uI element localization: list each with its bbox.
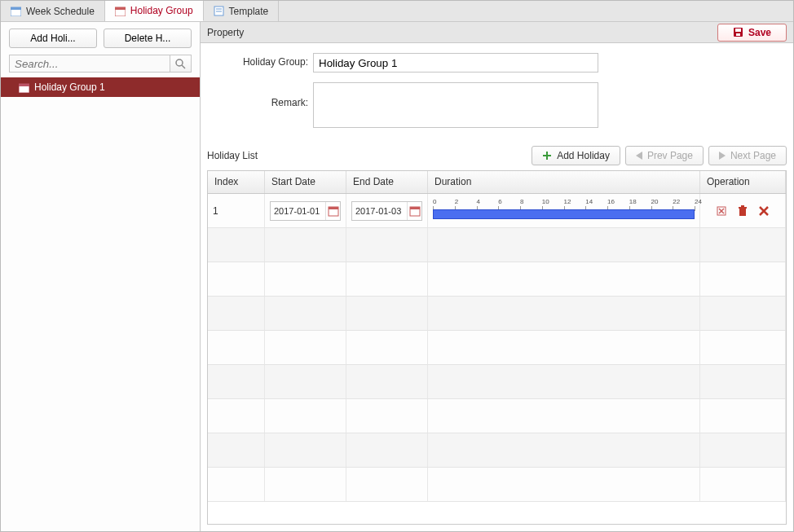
group-item-label: Holiday Group 1 xyxy=(34,81,105,93)
svg-rect-25 xyxy=(739,209,746,216)
trash-icon[interactable] xyxy=(736,204,749,218)
clear-icon[interactable] xyxy=(715,204,728,218)
col-duration: Duration xyxy=(428,171,700,193)
calendar-icon xyxy=(19,82,29,93)
table-row-empty xyxy=(208,468,786,502)
svg-rect-27 xyxy=(741,205,744,207)
next-page-button[interactable]: Next Page xyxy=(708,146,787,165)
svg-rect-12 xyxy=(735,29,741,32)
cell-start-date: 2017-01-01 xyxy=(265,194,346,227)
table-row-empty xyxy=(208,365,786,399)
table-row-empty xyxy=(208,331,786,365)
svg-marker-17 xyxy=(719,152,726,160)
add-holiday-group-button[interactable]: Add Holi... xyxy=(9,29,97,48)
table-row-empty xyxy=(208,399,786,433)
tab-label: Template xyxy=(229,6,269,17)
calendar-icon[interactable] xyxy=(325,202,340,220)
cell-duration[interactable]: 024681012141618202224 xyxy=(428,194,700,227)
template-icon xyxy=(214,6,224,16)
add-holiday-button[interactable]: Add Holiday xyxy=(532,146,620,165)
cell-operation xyxy=(700,194,786,227)
svg-rect-13 xyxy=(736,33,740,36)
arrow-right-icon xyxy=(719,152,726,160)
tab-holiday-group[interactable]: Holiday Group xyxy=(105,1,204,21)
group-name-label: Holiday Group: xyxy=(207,53,313,68)
svg-rect-3 xyxy=(115,7,126,10)
table-row-empty xyxy=(208,262,786,297)
remark-textarea[interactable] xyxy=(313,82,598,128)
property-header: Property xyxy=(207,27,244,38)
svg-rect-26 xyxy=(739,207,747,209)
cell-end-date: 2017-01-03 xyxy=(346,194,428,227)
delete-icon[interactable] xyxy=(757,204,770,218)
col-index: Index xyxy=(208,171,265,193)
cell-index: 1 xyxy=(208,194,265,227)
next-page-label: Next Page xyxy=(730,150,776,161)
sidebar: Add Holi... Delete H... Holiday Group 1 xyxy=(1,22,201,531)
start-date-input[interactable]: 2017-01-01 xyxy=(270,201,341,221)
duration-bar[interactable] xyxy=(433,209,695,219)
table-row-empty xyxy=(208,297,786,331)
save-button[interactable]: Save xyxy=(717,24,787,42)
prev-page-button[interactable]: Prev Page xyxy=(625,146,704,165)
save-icon xyxy=(733,27,743,37)
svg-marker-16 xyxy=(636,152,642,160)
add-holiday-label: Add Holiday xyxy=(557,150,610,161)
table-row: 12017-01-012017-01-030246810121416182022… xyxy=(208,194,786,228)
group-list: Holiday Group 1 xyxy=(1,77,200,531)
save-label: Save xyxy=(748,27,771,38)
table-row-empty xyxy=(208,228,786,262)
arrow-left-icon xyxy=(636,152,642,160)
remark-label: Remark: xyxy=(207,82,313,108)
tab-label: Holiday Group xyxy=(130,5,193,16)
col-operation: Operation xyxy=(700,171,786,193)
calendar-icon xyxy=(115,6,126,16)
svg-rect-1 xyxy=(11,7,21,10)
delete-holiday-group-button[interactable]: Delete H... xyxy=(104,29,192,48)
search-button[interactable] xyxy=(170,55,192,73)
table-row-empty xyxy=(208,433,786,468)
svg-line-8 xyxy=(182,65,185,68)
tab-template[interactable]: Template xyxy=(204,1,280,21)
holiday-list-title: Holiday List xyxy=(207,150,258,161)
end-date-input[interactable]: 2017-01-03 xyxy=(351,201,422,221)
top-tabs: Week Schedule Holiday Group Template xyxy=(1,1,793,22)
search-input[interactable] xyxy=(9,55,170,73)
svg-rect-21 xyxy=(410,207,420,209)
tab-label: Week Schedule xyxy=(26,6,95,17)
calendar-icon[interactable] xyxy=(407,202,421,220)
svg-rect-15 xyxy=(543,155,551,156)
col-end: End Date xyxy=(346,171,428,193)
holiday-grid: Index Start Date End Date Duration Opera… xyxy=(207,170,787,525)
svg-rect-19 xyxy=(329,207,338,209)
tab-week-schedule[interactable]: Week Schedule xyxy=(1,1,105,21)
col-start: Start Date xyxy=(265,171,346,193)
plus-icon xyxy=(542,151,552,160)
svg-rect-10 xyxy=(19,84,29,86)
svg-point-7 xyxy=(176,59,183,66)
prev-page-label: Prev Page xyxy=(647,150,693,161)
group-list-item[interactable]: Holiday Group 1 xyxy=(1,77,200,97)
magnifier-icon xyxy=(175,59,186,69)
calendar-icon xyxy=(11,6,21,16)
group-name-input[interactable] xyxy=(313,53,598,73)
